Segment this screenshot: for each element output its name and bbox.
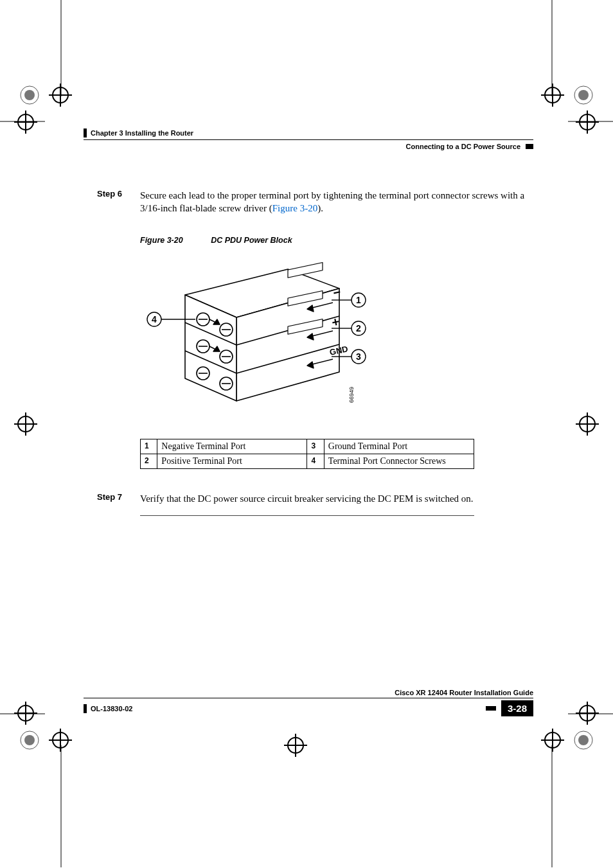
figure-caption: Figure 3-20 DC PDU Power Block — [140, 236, 533, 245]
legend-3-num: 3 — [307, 439, 324, 454]
figure-reference-link[interactable]: Figure 3-20 — [272, 203, 317, 213]
procedure-end-rule — [140, 515, 474, 516]
header-left-marker — [84, 128, 87, 137]
footer-guide-title: Cisco XR 12404 Router Installation Guide — [84, 689, 533, 696]
figure-art-id: 66949 — [348, 386, 355, 402]
svg-point-7 — [578, 90, 589, 100]
callout-3: 3 — [356, 351, 361, 362]
printer-mark-top-left-vline — [60, 0, 62, 96]
step-7: Step 7 Verify that the DC power source c… — [84, 492, 533, 505]
running-footer: Cisco XR 12404 Router Installation Guide… — [84, 689, 533, 716]
callout-4: 4 — [152, 314, 157, 324]
legend-3-desc: Ground Terminal Port — [324, 439, 474, 454]
chapter-label: Chapter 3 Installing the Router — [91, 129, 193, 137]
header-right-marker — [526, 144, 533, 149]
printer-mark-top-right-vline — [551, 0, 553, 96]
printer-mark-bottom-right-hline — [568, 713, 613, 714]
step-6-text-after: ). — [317, 203, 323, 213]
body: Step 6 Secure each lead to the proper te… — [84, 189, 533, 516]
callout-2: 2 — [356, 323, 361, 333]
printer-mark-crosshair-icon — [13, 109, 39, 135]
section-title: Connecting to a DC Power Source — [406, 143, 520, 150]
step-6: Step 6 Secure each lead to the proper te… — [84, 189, 533, 215]
printer-mark-bottom-left-vline — [60, 745, 62, 867]
printer-mark-crosshair-icon — [574, 411, 600, 437]
printer-mark-crosshair-icon — [540, 727, 565, 753]
printer-mark-bottom-left-rosette — [17, 727, 42, 753]
legend-2-num: 2 — [141, 454, 157, 468]
svg-point-1 — [24, 90, 35, 100]
figure-legend: 1 Negative Terminal Port 3 Ground Termin… — [140, 439, 533, 469]
callout-1: 1 — [356, 295, 361, 305]
running-header: Chapter 3 Installing the Router Connecti… — [84, 128, 533, 150]
printer-mark-top-left-rosette — [17, 82, 42, 108]
printer-mark-crosshair-icon — [13, 411, 39, 437]
header-rule — [84, 139, 533, 140]
printer-mark-top-right-rosette — [571, 82, 596, 108]
figure-title: DC PDU Power Block — [211, 236, 292, 245]
page-number: 3-28 — [501, 700, 533, 716]
legend-4-num: 4 — [307, 454, 324, 468]
printer-mark-crosshair-icon — [540, 82, 565, 108]
legend-2-desc: Positive Terminal Port — [157, 454, 307, 468]
page-content: Chapter 3 Installing the Router Connecti… — [84, 128, 533, 516]
table-row: 2 Positive Terminal Port 4 Terminal Port… — [141, 454, 474, 468]
legend-table: 1 Negative Terminal Port 3 Ground Termin… — [140, 439, 474, 469]
footer-left-marker — [84, 704, 87, 713]
printer-mark-bottom-right-rosette — [571, 727, 596, 753]
footer-doc-id: OL-13830-02 — [91, 705, 132, 713]
table-row: 1 Negative Terminal Port 3 Ground Termin… — [141, 439, 474, 454]
svg-point-27 — [24, 735, 35, 745]
legend-1-num: 1 — [141, 439, 157, 454]
figure-number: Figure 3-20 — [140, 236, 183, 245]
printer-mark-crosshair-icon — [574, 109, 600, 135]
printer-mark-crosshair-icon — [283, 732, 308, 758]
printer-mark-bottom-right-vline — [551, 745, 553, 867]
legend-1-desc: Negative Terminal Port — [157, 439, 307, 454]
step-6-label: Step 6 — [84, 189, 122, 215]
footer-right-marker — [486, 706, 496, 711]
legend-4-desc: Terminal Port Connector Screws — [324, 454, 474, 468]
footer-rule — [84, 698, 533, 698]
step-6-text-before: Secure each lead to the proper terminal … — [140, 190, 524, 213]
step-7-label: Step 7 — [84, 492, 122, 505]
figure-drawing: 1 2 3 4 − + GND 66949 — [140, 250, 533, 420]
step-7-text: Verify that the DC power source circuit … — [140, 492, 533, 505]
svg-point-37 — [578, 735, 589, 745]
printer-mark-bottom-left-hline — [0, 713, 45, 714]
step-6-text: Secure each lead to the proper terminal … — [140, 189, 533, 215]
